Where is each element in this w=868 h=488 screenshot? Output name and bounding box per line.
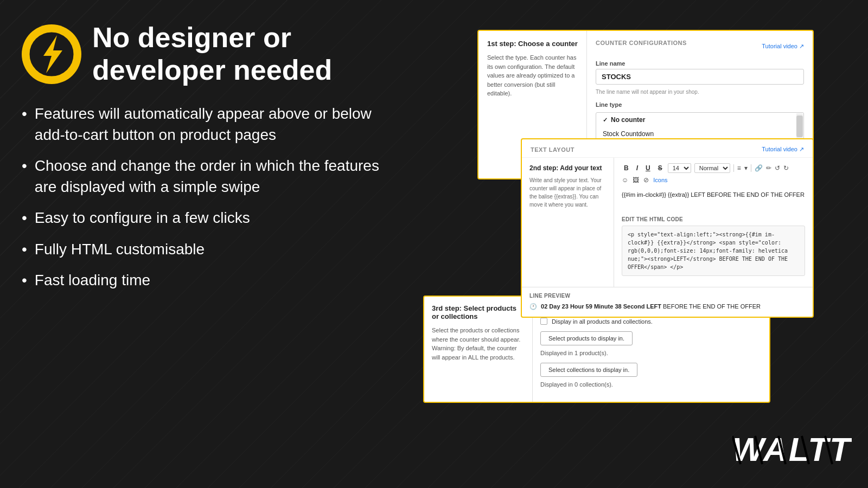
toolbar-undo-icon[interactable]: ↺ — [775, 164, 780, 172]
toolbar-image-icon[interactable]: 🖼 — [633, 176, 639, 184]
panel-text-layout: TEXT LAYOUT Tutorial video ↗ 2nd step: A… — [521, 138, 814, 318]
panel2-tutorial-link[interactable]: Tutorial video ↗ — [762, 146, 804, 153]
display-all-checkbox-row: Display in all products and collections. — [540, 318, 762, 325]
html-section-label: EDIT THE HTML CODE — [622, 216, 805, 222]
line-name-label: Line name — [596, 60, 804, 67]
line-type-label: Line type — [596, 101, 804, 108]
toolbar-row-2: ☺ 🖼 ⊘ Icons — [622, 176, 805, 184]
list-item: Easy to configure in a few clicks — [22, 207, 391, 228]
editor-content[interactable]: {{#im im-clock#}} {{extra}} LEFT BEFORE … — [622, 188, 805, 210]
line-preview-label: LINE PREVIEW — [529, 293, 805, 299]
svg-text:WALTT: WALTT — [732, 431, 852, 466]
line-preview-content: 🕐 02 Day 23 Hour 59 Minute 38 Second LEF… — [529, 302, 805, 311]
panel3-step-label: 3rd step: Select products or collections — [432, 304, 525, 320]
toolbar-font-size[interactable]: 14 — [668, 163, 691, 173]
list-item: Fast loading time — [22, 269, 391, 291]
panel3-left: 3rd step: Select products or collections… — [424, 297, 533, 402]
html-code-box[interactable]: <p style="text-align:left;"><strong>{{#i… — [622, 226, 805, 276]
toolbar-redo-icon[interactable]: ↻ — [783, 164, 789, 172]
panel1-step-desc: Select the type. Each counter has its ow… — [487, 53, 578, 98]
displayed-products-info: Displayed in 1 product(s). — [540, 350, 762, 356]
line-preview-section: LINE PREVIEW 🕐 02 Day 23 Hour 59 Minute … — [522, 287, 813, 317]
panel2-step-desc: Write and style your text. Your counter … — [529, 176, 606, 209]
display-all-label: Display in all products and collections. — [552, 318, 653, 325]
clock-icon: 🕐 — [529, 303, 537, 310]
select-products-button[interactable]: Select products to display in. — [540, 331, 633, 345]
waltt-app-logo — [22, 24, 81, 84]
panel1-tutorial-link[interactable]: Tutorial video ↗ — [762, 43, 804, 50]
panel1-step-label: 1st step: Choose a counter — [487, 40, 578, 48]
panel1-config-title: COUNTER CONFIGURATIONS — [596, 40, 687, 46]
panel2-config-title: TEXT LAYOUT — [531, 146, 575, 153]
line-name-input[interactable] — [596, 69, 804, 85]
toolbar-align-icon[interactable]: ≡ — [737, 164, 741, 172]
toolbar-strike[interactable]: S — [656, 163, 665, 173]
toolbar-align-dropdown-icon[interactable]: ▾ — [744, 164, 748, 172]
list-item: Fully HTML customisable — [22, 239, 391, 260]
toolbar-link-icon[interactable]: 🔗 — [755, 164, 763, 172]
toolbar-font-style[interactable]: Normal — [694, 163, 730, 173]
dropdown-item-no-counter[interactable]: No counter — [596, 113, 803, 127]
toolbar-emoji-icon[interactable]: ☺ — [622, 176, 628, 184]
displayed-collections-info: Displayed in 0 collection(s). — [540, 381, 762, 388]
display-all-checkbox[interactable] — [540, 318, 547, 325]
list-item: Choose and change the order in which the… — [22, 155, 391, 197]
list-item: Features will automatically appear above… — [22, 103, 391, 145]
panel2-right: B I U S 14 Normal ≡ ▾ 🔗 ✏ ↺ — [614, 158, 813, 287]
line-name-hint: The line name will not appear in your sh… — [596, 89, 804, 95]
page-title: No designer or developer needed — [92, 22, 391, 87]
toolbar-icons-link[interactable]: Icons — [653, 177, 667, 183]
toolbar-edit-icon[interactable]: ✏ — [766, 164, 771, 172]
toolbar-divider-2 — [751, 164, 751, 172]
toolbar-block-icon[interactable]: ⊘ — [643, 176, 649, 184]
waltt-brand-logo: WALTT — [732, 431, 852, 472]
panel3-step-desc: Select the products or collections where… — [432, 326, 525, 362]
toolbar-row-1: B I U S 14 Normal ≡ ▾ 🔗 ✏ ↺ — [622, 163, 805, 173]
toolbar-italic[interactable]: I — [634, 163, 640, 173]
toolbar-bold[interactable]: B — [622, 163, 631, 173]
select-collections-button[interactable]: Select collections to display in. — [540, 363, 637, 377]
toolbar-divider-1 — [733, 164, 734, 172]
panel2-step-label: 2nd step: Add your text — [529, 164, 606, 172]
panel2-left: 2nd step: Add your text Write and style … — [522, 158, 614, 287]
feature-list: Features will automatically appear above… — [22, 103, 391, 291]
toolbar-underline[interactable]: U — [643, 163, 653, 173]
